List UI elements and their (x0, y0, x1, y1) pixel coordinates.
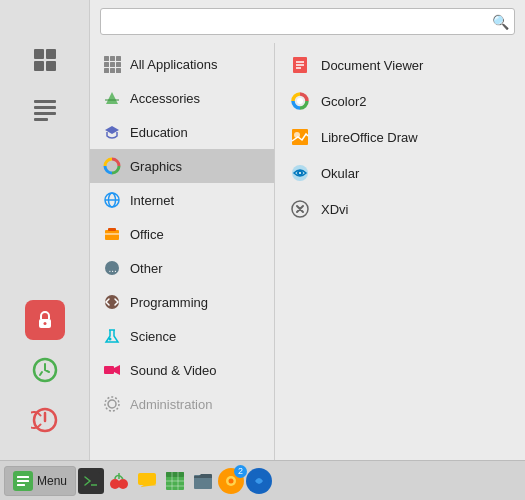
svg-text:...: ... (109, 263, 117, 274)
svg-rect-0 (34, 49, 44, 59)
cat-accessories[interactable]: Accessories (90, 81, 274, 115)
svg-rect-20 (116, 68, 121, 73)
svg-point-35 (105, 397, 119, 411)
lock-icon-btn[interactable] (25, 300, 65, 340)
calc-icon-btn[interactable] (162, 468, 188, 494)
svg-rect-3 (46, 61, 56, 71)
svg-rect-26 (108, 228, 116, 231)
app-gcolor2[interactable]: Gcolor2 (275, 83, 525, 119)
cat-programming[interactable]: Programming (90, 285, 274, 319)
cat-all-applications[interactable]: All Applications (90, 47, 274, 81)
files-icon-btn[interactable] (190, 468, 216, 494)
search-input[interactable] (100, 8, 515, 35)
app-okular[interactable]: Okular (275, 155, 525, 191)
power-icon-btn[interactable] (25, 400, 65, 440)
app-document-viewer[interactable]: Document Viewer (275, 47, 525, 83)
cat-science-label: Science (130, 329, 176, 344)
svg-rect-33 (104, 366, 114, 374)
apps-list: Document Viewer Gcolor2 (275, 43, 525, 460)
svg-rect-14 (116, 56, 121, 61)
cat-science[interactable]: Science (90, 319, 274, 353)
app-okular-label: Okular (321, 166, 359, 181)
svg-rect-18 (104, 68, 109, 73)
svg-rect-5 (34, 106, 56, 109)
cat-graphics-label: Graphics (130, 159, 182, 174)
svg-rect-7 (34, 118, 48, 121)
app-libreoffice-draw[interactable]: LibreOffice Draw (275, 119, 525, 155)
cat-other-label: Other (130, 261, 163, 276)
sidebar-icon-2[interactable] (25, 90, 65, 130)
svg-rect-1 (46, 49, 56, 59)
libreoffice-draw-icon (289, 126, 311, 148)
science-icon (102, 326, 122, 346)
svg-point-9 (43, 322, 46, 325)
search-button[interactable]: 🔍 (492, 14, 509, 30)
svg-rect-15 (104, 62, 109, 67)
chat-icon-btn[interactable] (134, 468, 160, 494)
terminal-icon-btn[interactable] (78, 468, 104, 494)
cherry-icon-btn[interactable] (106, 468, 132, 494)
svg-point-34 (108, 400, 116, 408)
app-xdvi[interactable]: XDvi (275, 191, 525, 227)
internet-icon (102, 190, 122, 210)
svg-point-45 (299, 172, 301, 174)
svg-rect-48 (17, 480, 29, 482)
cat-administration[interactable]: Administration (90, 387, 274, 421)
education-icon (102, 122, 122, 142)
cat-office-label: Office (130, 227, 164, 242)
cat-sound-video-label: Sound & Video (130, 363, 217, 378)
cat-sound-video[interactable]: Sound & Video (90, 353, 274, 387)
gcolor2-icon (289, 90, 311, 112)
svg-point-30 (105, 295, 119, 309)
cat-accessories-label: Accessories (130, 91, 200, 106)
svg-rect-55 (138, 473, 156, 485)
svg-rect-6 (34, 112, 56, 115)
cat-other[interactable]: ... Other (90, 251, 274, 285)
xdvi-icon (289, 198, 311, 220)
cat-internet[interactable]: Internet (90, 183, 274, 217)
app-gcolor2-label: Gcolor2 (321, 94, 367, 109)
menu-button[interactable]: Menu (4, 466, 76, 496)
cat-graphics[interactable]: Graphics (90, 149, 274, 183)
left-sidebar (0, 0, 90, 460)
app-libreoffice-draw-label: LibreOffice Draw (321, 130, 418, 145)
refresh-icon-btn[interactable] (25, 350, 65, 390)
svg-point-40 (297, 98, 303, 104)
svg-rect-13 (110, 56, 115, 61)
cat-all-applications-label: All Applications (130, 57, 217, 72)
search-wrapper: 🔍 (100, 8, 515, 35)
svg-rect-16 (110, 62, 115, 67)
administration-icon (102, 394, 122, 414)
cat-administration-label: Administration (130, 397, 212, 412)
svg-rect-49 (17, 484, 25, 486)
cat-education-label: Education (130, 125, 188, 140)
svg-rect-57 (166, 472, 184, 477)
svg-rect-17 (116, 62, 121, 67)
columns-container: All Applications Accessories (90, 43, 525, 460)
all-apps-icon (102, 54, 122, 74)
blue-app-icon-btn[interactable] (246, 468, 272, 494)
cat-education[interactable]: Education (90, 115, 274, 149)
cat-programming-label: Programming (130, 295, 208, 310)
office-icon (102, 224, 122, 244)
svg-rect-2 (34, 61, 44, 71)
graphics-icon (102, 156, 122, 176)
programming-icon (102, 292, 122, 312)
sidebar-icon-1[interactable] (25, 40, 65, 80)
firefox-badge-container: 2 (218, 468, 244, 494)
app-document-viewer-label: Document Viewer (321, 58, 423, 73)
svg-rect-19 (110, 68, 115, 73)
svg-point-65 (229, 478, 234, 483)
accessories-icon (102, 88, 122, 108)
svg-point-32 (109, 338, 112, 341)
okular-icon (289, 162, 311, 184)
menu-icon (13, 471, 33, 491)
svg-point-53 (118, 479, 128, 489)
svg-rect-47 (17, 476, 29, 478)
bottom-taskbar: Menu (0, 460, 525, 500)
cat-internet-label: Internet (130, 193, 174, 208)
svg-rect-41 (292, 129, 308, 145)
svg-rect-12 (104, 56, 109, 61)
svg-rect-4 (34, 100, 56, 103)
cat-office[interactable]: Office (90, 217, 274, 251)
